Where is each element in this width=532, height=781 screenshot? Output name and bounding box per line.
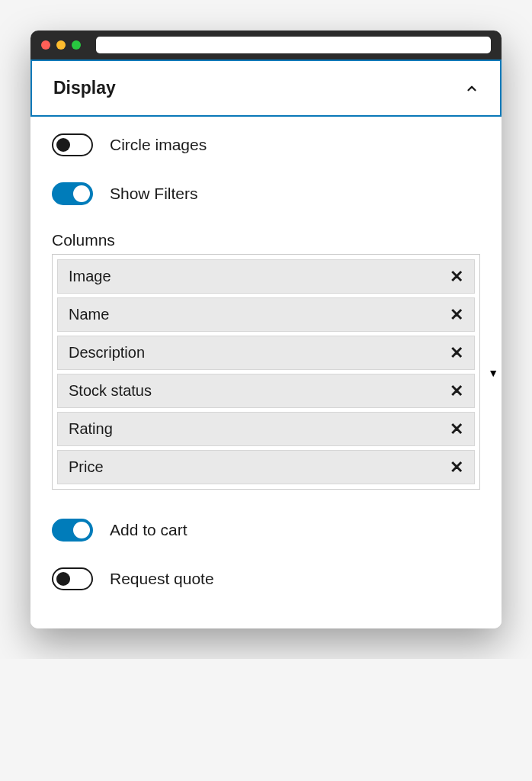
column-item-label: Image: [69, 268, 111, 285]
remove-icon[interactable]: ✕: [450, 345, 463, 362]
add-to-cart-label: Add to cart: [110, 521, 187, 539]
accordion-title: Display: [53, 78, 116, 98]
settings-panel: Display Circle images Show Filters Colum…: [30, 59, 502, 628]
remove-icon[interactable]: ✕: [450, 383, 463, 400]
columns-select[interactable]: Image ✕ Name ✕ Description ✕ Stock statu…: [52, 254, 480, 490]
column-item[interactable]: Image ✕: [57, 259, 475, 294]
display-accordion-header[interactable]: Display: [30, 59, 502, 117]
columns-wrapper: Image ✕ Name ✕ Description ✕ Stock statu…: [52, 254, 480, 490]
column-item[interactable]: Description ✕: [57, 336, 475, 370]
toggle-knob: [73, 185, 90, 202]
window-minimize-icon[interactable]: [56, 40, 66, 50]
request-quote-label: Request quote: [110, 570, 214, 588]
column-item-label: Rating: [69, 420, 113, 438]
columns-label: Columns: [52, 231, 480, 249]
remove-icon[interactable]: ✕: [450, 268, 463, 285]
show-filters-row: Show Filters: [52, 182, 480, 205]
column-item-label: Description: [69, 344, 145, 362]
toggle-knob: [73, 522, 90, 538]
column-item-label: Name: [69, 306, 109, 323]
titlebar: [30, 31, 502, 59]
circle-images-label: Circle images: [110, 136, 207, 154]
address-bar[interactable]: [96, 37, 491, 53]
toggle-knob: [56, 138, 70, 152]
request-quote-toggle[interactable]: [52, 567, 93, 590]
browser-window: Display Circle images Show Filters Colum…: [30, 31, 502, 628]
window-maximize-icon[interactable]: [72, 40, 81, 50]
column-item[interactable]: Stock status ✕: [57, 374, 475, 408]
circle-images-toggle[interactable]: [52, 133, 93, 156]
settings-body: Circle images Show Filters Columns Image…: [30, 117, 502, 606]
column-item[interactable]: Price ✕: [57, 450, 475, 484]
window-close-icon[interactable]: [41, 40, 50, 50]
dropdown-caret-icon[interactable]: ▼: [488, 367, 498, 379]
remove-icon[interactable]: ✕: [450, 307, 463, 323]
column-item[interactable]: Rating ✕: [57, 412, 475, 446]
add-to-cart-row: Add to cart: [52, 519, 480, 542]
remove-icon[interactable]: ✕: [450, 459, 463, 476]
toggle-knob: [56, 572, 70, 586]
remove-icon[interactable]: ✕: [450, 421, 463, 438]
show-filters-toggle[interactable]: [52, 182, 93, 205]
column-item-label: Stock status: [69, 382, 152, 400]
column-item[interactable]: Name ✕: [57, 297, 475, 332]
column-item-label: Price: [69, 458, 104, 476]
request-quote-row: Request quote: [52, 567, 480, 590]
chevron-up-icon: [465, 82, 479, 95]
show-filters-label: Show Filters: [110, 185, 198, 203]
circle-images-row: Circle images: [52, 133, 480, 156]
add-to-cart-toggle[interactable]: [52, 519, 93, 542]
